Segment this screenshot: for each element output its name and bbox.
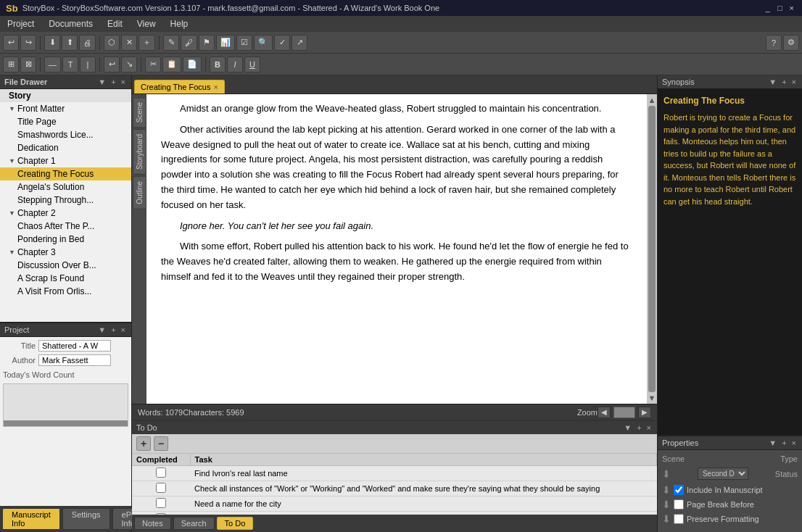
toolbar-search[interactable]: 🔍: [254, 35, 273, 51]
tree-discussion[interactable]: Discussion Over B...: [0, 259, 131, 272]
tree-chapter3[interactable]: ▼ Chapter 3: [0, 246, 131, 259]
tree-creating-focus[interactable]: Creating The Focus: [0, 167, 131, 180]
toolbar-arrow[interactable]: ↗: [292, 35, 307, 51]
properties-collapse[interactable]: ▼: [767, 439, 778, 447]
menu-help[interactable]: Help: [163, 16, 196, 32]
toolbar-movedown[interactable]: ⬇: [44, 35, 60, 51]
synopsis-collapse[interactable]: ▼: [767, 78, 778, 86]
toolbar-checkmark[interactable]: ✓: [274, 35, 290, 51]
side-tab-outline[interactable]: Outline: [133, 176, 146, 209]
editor-scrollbar[interactable]: ▲ ▼: [647, 94, 657, 404]
tree-angelas-solution[interactable]: Angela's Solution: [0, 180, 131, 194]
toolbar2-cut[interactable]: ✂: [145, 57, 161, 72]
todo-nav-notes[interactable]: Notes: [134, 517, 171, 530]
toolbar-add[interactable]: ＋: [139, 35, 155, 51]
tree-pondering[interactable]: Pondering in Bed: [0, 233, 131, 246]
tree-title-page[interactable]: Title Page: [0, 115, 131, 128]
todo-collapse[interactable]: ▼: [622, 423, 633, 432]
todo-check-3[interactable]: [156, 498, 166, 508]
toolbar2-crosshair[interactable]: ⊠: [20, 57, 36, 72]
side-tab-scene[interactable]: Scene: [133, 97, 146, 128]
scroll-up[interactable]: ▲: [648, 96, 656, 104]
tree-chapter2[interactable]: ▼ Chapter 2: [0, 207, 131, 220]
tree-front-matter[interactable]: ▼ Front Matter: [0, 102, 131, 115]
toolbar-check[interactable]: ☑: [236, 35, 252, 51]
scroll-thumb[interactable]: [648, 106, 656, 392]
tree-label-chapter3: Chapter 3: [17, 247, 56, 257]
synopsis-add[interactable]: +: [780, 78, 787, 86]
toolbar-pencil[interactable]: ✎: [163, 35, 179, 51]
todo-close[interactable]: ×: [645, 423, 653, 432]
toolbar2-underline[interactable]: U: [244, 57, 260, 72]
tree-stepping-through[interactable]: Stepping Through...: [0, 194, 131, 207]
file-drawer-collapse[interactable]: ▼: [96, 78, 107, 86]
toolbar2-down-right[interactable]: ↘: [121, 57, 137, 72]
file-drawer-close[interactable]: ×: [120, 78, 127, 86]
file-drawer-add[interactable]: +: [109, 78, 117, 86]
text-editor[interactable]: Amidst an orange glow from the Weave-hea…: [146, 94, 647, 404]
todo-check-2[interactable]: [156, 483, 166, 493]
todo-nav-todo[interactable]: To Do: [217, 517, 254, 530]
editor-tab-creating-focus[interactable]: Creating The Focus ×: [134, 80, 225, 93]
toolbar-shape[interactable]: ⬡: [104, 35, 120, 51]
toolbar-print[interactable]: 🖨: [79, 35, 96, 51]
maximize-button[interactable]: □: [775, 4, 785, 12]
properties-add[interactable]: +: [780, 439, 787, 447]
minimize-button[interactable]: _: [764, 4, 772, 12]
project-close[interactable]: ×: [120, 325, 127, 334]
toolbar2-pipe[interactable]: |: [80, 57, 96, 72]
scroll-down[interactable]: ▼: [648, 394, 656, 402]
project-add[interactable]: +: [109, 325, 117, 334]
zoom-slider[interactable]: [613, 407, 635, 418]
synopsis-close[interactable]: ×: [790, 78, 798, 86]
toolbar2-copy[interactable]: 📋: [162, 57, 181, 72]
toolbar-redo[interactable]: ↪: [20, 35, 36, 51]
todo-add[interactable]: +: [635, 423, 642, 432]
todo-add-btn[interactable]: +: [136, 436, 151, 451]
toolbar2-dash[interactable]: —: [44, 57, 61, 72]
editor-tab-close[interactable]: ×: [213, 83, 218, 91]
prop-pagebreak-check[interactable]: [674, 499, 684, 510]
toolbar-gear[interactable]: ⚙: [783, 35, 799, 51]
prop-preserve-check[interactable]: [674, 514, 684, 524]
zoom-right[interactable]: ▶: [638, 407, 651, 418]
project-nav-settings[interactable]: Settings: [62, 508, 110, 530]
tree-chaos-after[interactable]: Chaos After The P...: [0, 220, 131, 233]
project-nav-manuscript[interactable]: Manuscript Info: [2, 508, 60, 530]
tree-scrap[interactable]: A Scrap Is Found: [0, 272, 131, 285]
prop-include-check[interactable]: [674, 485, 684, 495]
toolbar-delete[interactable]: ✕: [121, 35, 137, 51]
toolbar-chart[interactable]: 📊: [216, 35, 235, 51]
project-author-input[interactable]: [38, 354, 111, 366]
toolbar-undo[interactable]: ↩: [3, 35, 19, 51]
toolbar-pen[interactable]: 🖋: [181, 35, 197, 51]
menu-view[interactable]: View: [130, 16, 163, 32]
todo-check-1[interactable]: [156, 467, 166, 478]
toolbar2-bold[interactable]: B: [210, 57, 226, 72]
properties-close[interactable]: ×: [790, 439, 798, 447]
todo-nav-search[interactable]: Search: [173, 517, 215, 530]
toolbar2-ret[interactable]: ↩: [104, 57, 120, 72]
toolbar2-T[interactable]: T: [62, 57, 78, 72]
tree-chapter1[interactable]: ▼ Chapter 1: [0, 154, 131, 167]
close-button[interactable]: ×: [787, 4, 796, 12]
tree-smashwords[interactable]: Smashwords Lice...: [0, 128, 131, 141]
menu-documents[interactable]: Documents: [41, 16, 100, 32]
tree-visit[interactable]: A Visit From Orlis...: [0, 285, 131, 298]
project-collapse[interactable]: ▼: [96, 325, 107, 334]
toolbar2-italic[interactable]: I: [227, 57, 243, 72]
tree-dedication[interactable]: Dedication: [0, 141, 131, 154]
todo-remove-btn[interactable]: −: [154, 436, 168, 451]
menu-edit[interactable]: Edit: [100, 16, 130, 32]
zoom-left[interactable]: ◀: [598, 407, 611, 418]
toolbar2-paste[interactable]: 📄: [183, 57, 202, 72]
side-tab-storyboard[interactable]: Storyboard: [133, 129, 146, 175]
toolbar-help[interactable]: ?: [766, 35, 782, 51]
prop-draft-select[interactable]: Second Draft First Draft Final: [698, 467, 748, 480]
toolbar2-grid[interactable]: ⊞: [3, 57, 19, 72]
editor-wrapper: Scene Storyboard Outline Amidst an orang…: [132, 94, 657, 404]
project-title-input[interactable]: [38, 340, 111, 352]
toolbar-moveup[interactable]: ⬆: [62, 35, 78, 51]
toolbar-flag[interactable]: ⚑: [199, 35, 215, 51]
menu-project[interactable]: Project: [0, 16, 41, 32]
